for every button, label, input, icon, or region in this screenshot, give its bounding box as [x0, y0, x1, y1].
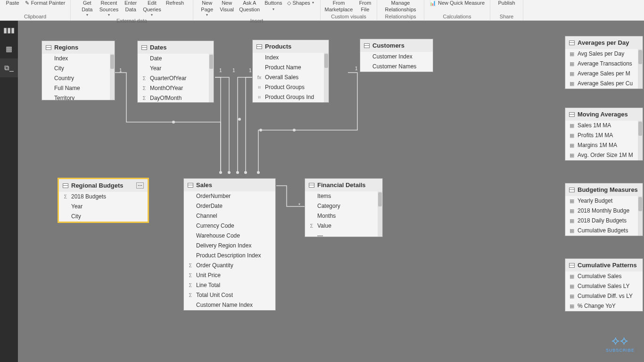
field-row[interactable]: ▦2018 Monthly Budge — [565, 206, 643, 216]
ribbon-group-label: Custom visuals — [331, 14, 366, 20]
field-row[interactable]: ΣQuarterOfYear — [138, 74, 214, 83]
new-visual-button[interactable]: NewVisual — [217, 0, 236, 12]
field-name: Total Unit Cost — [196, 292, 233, 298]
field-row[interactable]: ▦Sales 1M MA — [565, 121, 643, 131]
field-row[interactable]: — — [305, 231, 382, 237]
field-row[interactable]: ΣMonthOfYear — [138, 83, 214, 93]
field-row[interactable]: Product Name — [253, 63, 329, 73]
field-row[interactable]: fxOverall Sales — [253, 73, 329, 82]
paste-button[interactable]: Paste — [3, 0, 22, 7]
field-row[interactable]: ▦Average Sales per Cu — [565, 79, 643, 89]
field-row[interactable]: ΣLine Total — [184, 280, 275, 290]
field-row[interactable]: ΣTotal Unit Cost — [184, 290, 275, 300]
field-row[interactable]: ⌗Product Groups — [253, 82, 329, 92]
enter-data-button[interactable]: EnterData — [121, 0, 140, 12]
field-row[interactable]: City — [42, 64, 115, 74]
table-title: Dates — [150, 44, 166, 51]
report-view-icon[interactable]: ▮▮▮ — [0, 21, 18, 40]
field-row[interactable]: ▦2018 Daily Budgets — [565, 216, 643, 226]
model-view-icon[interactable]: ⧉⎯ — [0, 58, 18, 77]
field-row[interactable]: Items — [305, 191, 382, 201]
dna-icon: ⟡⟡ — [606, 333, 635, 348]
table-regions[interactable]: Regions IndexCityCountryFull NameTerrito… — [41, 41, 115, 100]
field-row[interactable]: ΣOrder Quantity — [184, 261, 275, 271]
recent-sources-button[interactable]: RecentSources — [98, 0, 120, 18]
field-row[interactable]: Delivery Region Index — [184, 241, 275, 251]
field-row[interactable]: Date — [138, 54, 214, 64]
new-page-button[interactable]: NewPage — [198, 0, 216, 18]
table-products[interactable]: Products IndexProduct NamefxOverall Sale… — [252, 40, 329, 103]
table-financial-details[interactable]: Financial Details ItemsCategoryMonthsΣVa… — [305, 178, 383, 237]
table-budgeting-measures[interactable]: Budgeting Measures ▦Yearly Budget▦2018 M… — [565, 183, 643, 236]
field-type-icon: ▦ — [569, 303, 575, 310]
field-row[interactable]: Months — [305, 211, 382, 221]
from-file-button[interactable]: FromFile — [355, 0, 374, 12]
field-row[interactable]: ▦Avg Sales per Day — [565, 49, 643, 59]
field-row[interactable]: Customer Names — [360, 62, 433, 72]
field-row[interactable]: City — [59, 212, 148, 222]
field-row[interactable]: ▦Avg. Order Size 1M M — [565, 150, 643, 160]
shapes-button[interactable]: ◇Shapes — [285, 0, 316, 6]
field-row[interactable]: Warehouse Code — [184, 231, 275, 241]
refresh-button[interactable]: Refresh — [164, 0, 186, 7]
table-title: Customers — [372, 42, 405, 49]
field-row[interactable]: Product Description Index — [184, 251, 275, 261]
field-row[interactable]: OrderNumber — [184, 191, 275, 201]
field-row[interactable]: Index — [42, 54, 115, 64]
field-row[interactable]: Full Name — [42, 83, 115, 93]
field-row[interactable]: Σ2018 Budgets — [59, 192, 148, 202]
field-type-icon: ⌗ — [256, 94, 262, 101]
field-row[interactable]: ▦Cumulative Sales — [565, 272, 643, 281]
table-cumulative-patterns[interactable]: Cumulative Patterns ▦Cumulative Sales▦Cu… — [565, 258, 643, 312]
table-customers[interactable]: Customers Customer IndexCustomer Names — [360, 39, 433, 72]
field-row[interactable]: Currency Code — [184, 221, 275, 231]
field-row[interactable]: ▦Margins 1M MA — [565, 140, 643, 150]
format-painter-button[interactable]: ✎Format Painter — [23, 0, 67, 6]
field-row[interactable]: ▦% Change YoY — [565, 301, 643, 311]
get-data-button[interactable]: GetGet DataData — [78, 0, 97, 18]
field-row[interactable]: Customer Name Index — [184, 300, 275, 310]
field-row[interactable]: ▦Average Sales per M — [565, 69, 643, 79]
ask-question-button[interactable]: Ask AQuestion — [237, 0, 262, 12]
edit-queries-button[interactable]: EditQueries — [141, 0, 163, 18]
table-sales[interactable]: Sales OrderNumberOrderDateChannelCurrenc… — [183, 178, 276, 311]
data-view-icon[interactable]: ▦ — [0, 40, 18, 58]
field-row[interactable]: Index — [253, 53, 329, 63]
table-title: Moving Averages — [578, 111, 628, 118]
ribbon-group-label: Insert — [250, 18, 264, 24]
table-moving-averages[interactable]: Moving Averages ▦Sales 1M MA▦Profits 1M … — [565, 107, 643, 161]
field-row[interactable]: Year — [59, 202, 148, 212]
manage-relationships-button[interactable]: ManageRelationships — [383, 0, 418, 12]
field-row[interactable]: ΣDayOfMonth — [138, 93, 214, 102]
field-row[interactable]: ▦Cumulative Budgets — [565, 226, 643, 236]
field-row[interactable]: ΣValue — [305, 221, 382, 231]
contextual-icon[interactable]: ⋯ — [136, 182, 144, 189]
new-quick-measure-button[interactable]: 📊New Quick Measure — [428, 0, 487, 6]
field-row[interactable]: Country — [42, 74, 115, 83]
field-row[interactable]: OrderDate — [184, 201, 275, 211]
field-row[interactable]: ΣUnit Price — [184, 271, 275, 280]
table-averages-per-day[interactable]: Averages per Day ▦Avg Sales per Day▦Aver… — [565, 36, 643, 89]
field-row[interactable]: ▦Profits 1M MA — [565, 131, 643, 140]
field-name: Profits 1M MA — [578, 132, 613, 139]
relationship-canvas[interactable]: 1 1 1 1 1 * * * * * * Regions IndexCityC… — [18, 21, 644, 362]
field-row[interactable]: ▦Cumulative Diff. vs LY — [565, 291, 643, 301]
field-name: Unit Price — [196, 272, 221, 279]
field-row[interactable]: Year — [138, 64, 214, 74]
field-row[interactable]: Territory — [42, 93, 115, 100]
buttons-button[interactable]: Buttons — [263, 0, 284, 12]
field-row[interactable]: Category — [305, 201, 382, 211]
field-name: 2018 Budgets — [71, 193, 106, 200]
publish-button[interactable]: Publish — [496, 0, 517, 7]
field-row[interactable]: ⌗Product Groups Ind — [253, 92, 329, 102]
field-row[interactable]: Channel — [184, 211, 275, 221]
field-row[interactable]: ▦Cumulative Sales LY — [565, 281, 643, 291]
table-dates[interactable]: Dates DateYearΣQuarterOfYearΣMonthOfYear… — [137, 41, 214, 103]
field-row[interactable]: ▦Yearly Budget — [565, 196, 643, 206]
field-row[interactable]: ▦Average Transactions — [565, 59, 643, 69]
from-marketplace-button[interactable]: FromMarketplace — [323, 0, 355, 12]
field-name: Full Name — [54, 85, 80, 91]
field-name: Country — [54, 75, 74, 82]
table-regional-budgets[interactable]: Regional Budgets⋯ Σ2018 BudgetsYearCity — [58, 178, 149, 222]
field-row[interactable]: Customer Index — [360, 52, 433, 62]
